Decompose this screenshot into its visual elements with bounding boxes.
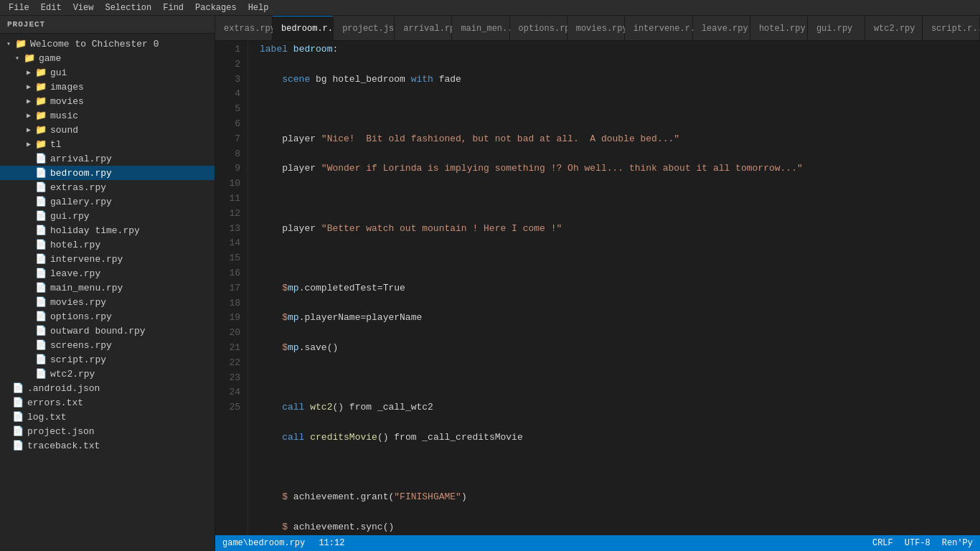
errors-file-icon: 📄 xyxy=(11,397,24,408)
tree-file-screens[interactable]: 📄 screens.rpy xyxy=(0,338,215,352)
tab-movies[interactable]: movies.rpy xyxy=(567,16,625,40)
tree-file-main-menu[interactable]: 📄 main_menu.rpy xyxy=(0,281,215,295)
statusbar-charset: UTF-8 xyxy=(905,538,930,548)
code-line-4: player "Nice! Bit old fashioned, but not… xyxy=(260,132,980,147)
code-line-10: $mp.playerName=playerName xyxy=(260,311,980,326)
options-label: options.rpy xyxy=(50,311,112,322)
tab-script[interactable]: script.r... xyxy=(923,16,980,40)
traceback-file-icon: 📄 xyxy=(11,440,24,451)
tab-gui[interactable]: gui.rpy xyxy=(808,16,865,40)
tree-file-outward[interactable]: 📄 outward bound.rpy xyxy=(0,324,215,338)
line-numbers: 1 2 3 4 5 6 7 8 9 10 11 12 13 14 15 16 1… xyxy=(215,41,248,535)
statusbar-linecol: 11:12 xyxy=(319,538,344,548)
tree-file-errors[interactable]: 📄 errors.txt xyxy=(0,395,215,410)
arrival-label: arrival.rpy xyxy=(50,154,112,164)
statusbar-encoding: CRLF xyxy=(872,538,893,548)
code-line-12 xyxy=(260,371,980,386)
tree-file-movies-rpy[interactable]: 📄 movies.rpy xyxy=(0,295,215,309)
script-file-icon: 📄 xyxy=(34,354,47,365)
menu-packages[interactable]: Packages xyxy=(189,1,242,14)
tree-file-android-json[interactable]: 📄 .android.json xyxy=(0,381,215,395)
movies-rpy-file-icon: 📄 xyxy=(34,296,47,308)
movies-folder-icon: 📁 xyxy=(34,95,47,107)
screens-label: screens.rpy xyxy=(50,340,112,351)
tree-folder-images[interactable]: ▶ 📁 images xyxy=(0,80,215,94)
main-layout: Project ▾ 📁 Welcome to Chichester 0 ▾ 📁 … xyxy=(0,16,980,551)
tab-arrival[interactable]: arrival.rpy xyxy=(395,16,452,40)
tree-file-traceback[interactable]: 📄 traceback.txt xyxy=(0,438,215,453)
tree-file-log[interactable]: 📄 log.txt xyxy=(0,410,215,424)
tree-file-bedroom[interactable]: 📄 bedroom.rpy xyxy=(0,166,215,180)
android-json-label: .android.json xyxy=(27,383,100,394)
tab-intervene[interactable]: intervene.r... xyxy=(625,16,693,40)
code-line-15 xyxy=(260,460,980,475)
game-folder-icon: 📁 xyxy=(23,52,36,64)
tree-file-arrival[interactable]: 📄 arrival.rpy xyxy=(0,151,215,166)
gui-rpy-label: gui.rpy xyxy=(50,211,90,222)
outward-label: outward bound.rpy xyxy=(50,326,146,336)
code-line-16: $ achievement.grant("FINISHGAME") xyxy=(260,490,980,505)
errors-label: errors.txt xyxy=(27,397,83,408)
tree-root[interactable]: ▾ 📁 Welcome to Chichester 0 xyxy=(0,37,215,51)
code-line-13: call wtc2() from _call_wtc2 xyxy=(260,400,980,415)
tab-hotel[interactable]: hotel.rpy xyxy=(750,16,808,40)
tab-main-menu[interactable]: main_men... xyxy=(452,16,509,40)
main-menu-file-icon: 📄 xyxy=(34,282,47,293)
music-arrow-icon: ▶ xyxy=(23,111,34,120)
code-line-9: $mp.completedTest=True xyxy=(260,281,980,296)
code-editor[interactable]: label bedroom: scene bg hotel_bedroom wi… xyxy=(248,41,980,535)
tree-file-options[interactable]: 📄 options.rpy xyxy=(0,309,215,324)
code-line-5: player "Wonder if Lorinda is implying so… xyxy=(260,161,980,176)
menu-selection[interactable]: Selection xyxy=(99,1,157,14)
bedroom-label: bedroom.rpy xyxy=(50,168,112,179)
menu-help[interactable]: Help xyxy=(242,1,275,14)
sound-folder-label: sound xyxy=(50,125,78,136)
tab-extras[interactable]: extras.rpy xyxy=(215,16,273,40)
tree-file-gallery[interactable]: 📄 gallery.rpy xyxy=(0,194,215,209)
tab-wtc2[interactable]: wtc2.rpy xyxy=(865,16,923,40)
log-label: log.txt xyxy=(27,412,67,423)
tree-file-hotel[interactable]: 📄 hotel.rpy xyxy=(0,237,215,252)
menu-edit[interactable]: Edit xyxy=(35,1,67,14)
project-json-icon: 📄 xyxy=(11,425,24,437)
sidebar: Project ▾ 📁 Welcome to Chichester 0 ▾ 📁 … xyxy=(0,16,215,551)
tree-folder-gui[interactable]: ▶ 📁 gui xyxy=(0,65,215,80)
tree-folder-sound[interactable]: ▶ 📁 sound xyxy=(0,123,215,137)
root-folder-icon: 📁 xyxy=(14,38,27,50)
tab-leave[interactable]: leave.rpy xyxy=(693,16,750,40)
project-json-label: project.json xyxy=(27,426,95,437)
extras-label: extras.rpy xyxy=(50,182,106,193)
leave-file-icon: 📄 xyxy=(34,268,47,279)
outward-file-icon: 📄 xyxy=(34,325,47,336)
tree-file-script[interactable]: 📄 script.rpy xyxy=(0,352,215,367)
code-line-3 xyxy=(260,102,980,117)
tree-file-extras[interactable]: 📄 extras.rpy xyxy=(0,180,215,194)
extras-file-icon: 📄 xyxy=(34,182,47,193)
tl-folder-label: tl xyxy=(50,139,62,150)
code-line-17: $ achievement.sync() xyxy=(260,520,980,535)
sound-arrow-icon: ▶ xyxy=(23,126,34,134)
movies-arrow-icon: ▶ xyxy=(23,97,34,105)
sound-folder-icon: 📁 xyxy=(34,124,47,136)
menu-file[interactable]: File xyxy=(3,1,35,14)
statusbar-lang: Ren'Py xyxy=(942,538,973,548)
intervene-file-icon: 📄 xyxy=(34,253,47,265)
menu-find[interactable]: Find xyxy=(157,1,189,14)
tree-file-intervene[interactable]: 📄 intervene.rpy xyxy=(0,252,215,266)
tree-folder-movies[interactable]: ▶ 📁 movies xyxy=(0,94,215,108)
statusbar-left: game\bedroom.rpy 11:12 xyxy=(222,538,344,548)
code-line-8 xyxy=(260,251,980,266)
tree-file-gui-rpy[interactable]: 📄 gui.rpy xyxy=(0,209,215,223)
tree-folder-tl[interactable]: ▶ 📁 tl xyxy=(0,137,215,151)
tree-folder-music[interactable]: ▶ 📁 music xyxy=(0,108,215,123)
tab-project-json[interactable]: project.json xyxy=(334,16,395,40)
tree-file-holiday[interactable]: 📄 holiday time.rpy xyxy=(0,223,215,237)
tree-file-project-json[interactable]: 📄 project.json xyxy=(0,424,215,438)
menu-view[interactable]: View xyxy=(67,1,100,14)
tree-file-leave[interactable]: 📄 leave.rpy xyxy=(0,266,215,281)
tab-bedroom[interactable]: bedroom.r... xyxy=(273,16,334,40)
tab-options[interactable]: options.rpy xyxy=(510,16,567,40)
tree-file-wtc2[interactable]: 📄 wtc2.rpy xyxy=(0,367,215,381)
tree-folder-game[interactable]: ▾ 📁 game xyxy=(0,51,215,65)
screens-file-icon: 📄 xyxy=(34,339,47,351)
